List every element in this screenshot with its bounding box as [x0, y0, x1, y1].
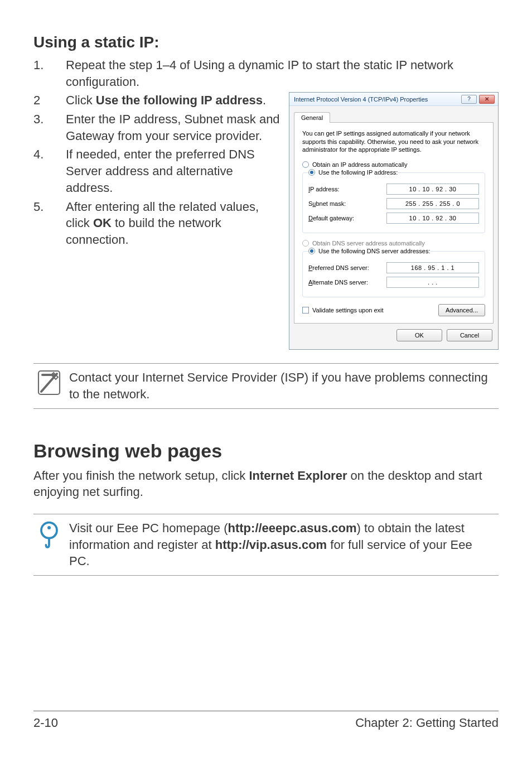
section-paragraph: After you finish the network setup, clic…: [33, 467, 499, 500]
tip-text: Visit our Eee PC homepage (http://eeepc.…: [69, 520, 495, 570]
radio-obtain-ip-auto[interactable]: [302, 161, 309, 168]
alternate-dns-input[interactable]: . . .: [386, 277, 479, 288]
tab-general[interactable]: General: [294, 112, 330, 123]
ipv4-properties-dialog: Internet Protocol Version 4 (TCP/IPv4) P…: [289, 92, 499, 350]
page-number: 2-10: [33, 716, 58, 730]
step-text: Enter the IP address, Subnet mask and Ga…: [66, 111, 280, 144]
step-number: 1.: [33, 57, 47, 90]
validate-settings-checkbox[interactable]: [302, 307, 309, 314]
alternate-dns-label: Alternate DNS server:: [308, 279, 368, 286]
subnet-mask-label: Subnet mask:: [308, 200, 346, 207]
dialog-title: Internet Protocol Version 4 (TCP/IPv4) P…: [294, 96, 459, 103]
text-bold: OK: [93, 216, 112, 230]
step-number: 4.: [33, 146, 47, 196]
radio-label: Use the following DNS server addresses:: [318, 248, 431, 254]
radio-label-disabled: Obtain DNS server address automatically: [312, 240, 425, 247]
step-text: If needed, enter the preferred DNS Serve…: [66, 146, 280, 196]
help-button[interactable]: ?: [461, 95, 477, 104]
text-fragment: btain an IP address automatically: [317, 161, 408, 168]
dialog-description: You can get IP settings assigned automat…: [302, 129, 485, 153]
close-button[interactable]: ✕: [479, 95, 495, 104]
cancel-button[interactable]: Cancel: [447, 329, 492, 341]
text-fragment: Visit our Eee PC homepage (: [69, 521, 228, 535]
step-number: 5.: [33, 199, 47, 248]
radio-use-following-ip[interactable]: [308, 169, 315, 176]
ip-address-input[interactable]: 10 . 10 . 92 . 30: [386, 184, 479, 195]
radio-use-following-dns[interactable]: [308, 248, 315, 254]
step-number: 3.: [33, 111, 47, 144]
ip-address-label: IP address:: [308, 186, 339, 192]
preferred-dns-label: Preferred DNS server:: [308, 264, 369, 271]
section-heading-browsing: Browsing web pages: [33, 440, 499, 462]
step-number: 2: [33, 92, 47, 109]
advanced-button[interactable]: Advanced...: [438, 304, 485, 316]
text-bold: Internet Explorer: [249, 469, 347, 483]
text-bold: http://eeepc.asus.com: [228, 521, 357, 535]
preferred-dns-input[interactable]: 168 . 95 . 1 . 1: [386, 262, 479, 273]
default-gateway-input[interactable]: 10 . 10 . 92 . 30: [386, 213, 479, 224]
ok-button[interactable]: OK: [396, 329, 442, 341]
note-text: Contact your Internet Service Provider (…: [69, 369, 495, 402]
step-text: After entering all the related values, c…: [66, 199, 280, 248]
radio-label: Obtain an IP address automatically: [312, 161, 407, 168]
subnet-mask-input[interactable]: 255 . 255 . 255 . 0: [386, 198, 479, 209]
validate-settings-label: Validate settings upon exit: [312, 307, 384, 314]
default-gateway-label: Default gateway:: [308, 215, 354, 221]
svg-point-2: [47, 526, 51, 529]
radio-obtain-dns-auto: [302, 240, 309, 247]
svg-point-1: [41, 523, 57, 538]
section-heading-static-ip: Using a static IP:: [33, 33, 499, 51]
radio-label: Use the following IP address:: [318, 169, 398, 176]
tip-icon: [37, 520, 61, 547]
text-bold: http://vip.asus.com: [215, 538, 327, 552]
step-text: Click Use the following IP address.: [66, 92, 280, 109]
note-icon: [37, 369, 61, 396]
chapter-title: Chapter 2: Getting Started: [355, 716, 499, 730]
text-fragment: Click: [66, 93, 96, 107]
dialog-titlebar[interactable]: Internet Protocol Version 4 (TCP/IPv4) P…: [289, 93, 498, 106]
text-fragment: After you finish the network setup, clic…: [33, 469, 249, 483]
text-fragment: .: [263, 93, 266, 107]
text-bold: Use the following IP address: [96, 93, 263, 107]
step-text: Repeat the step 1–4 of Using a dynamic I…: [66, 57, 499, 90]
